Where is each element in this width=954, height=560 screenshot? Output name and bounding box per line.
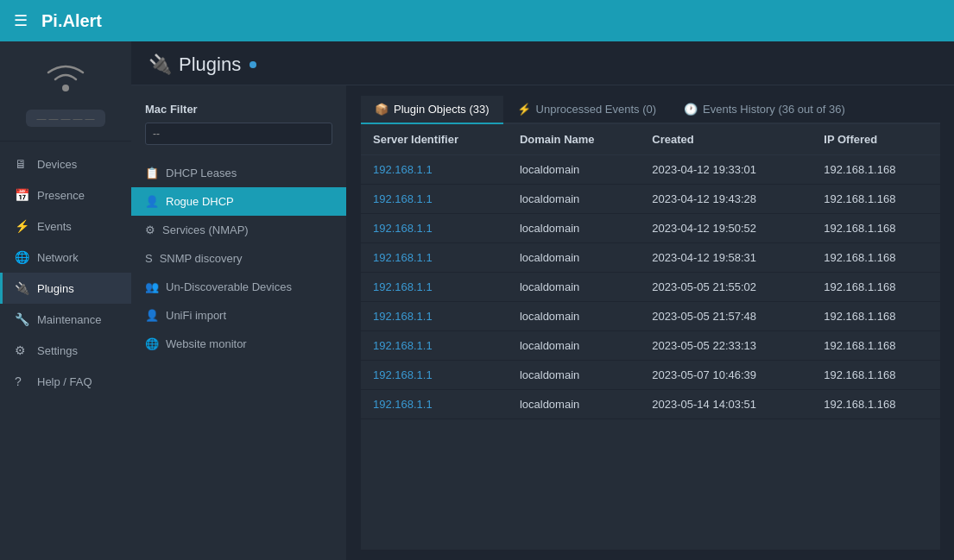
sidebar-item-events[interactable]: ⚡ Events: [0, 211, 131, 242]
table-row: 192.168.1.1 localdomain 2023-05-05 22:33…: [361, 331, 940, 361]
mac-filter-section: Mac Filter: [131, 96, 346, 159]
tab-events-history-label: Events History (36 out of 36): [703, 103, 845, 116]
left-nav-services-nmap[interactable]: ⚙ Services (NMAP): [131, 216, 346, 244]
cell-created-1: 2023-04-12 19:43:28: [640, 185, 812, 214]
left-nav-website-monitor-label: Website monitor: [166, 337, 247, 350]
table-container: Server Identifier Domain Name Created IP…: [361, 124, 940, 550]
cell-server-6[interactable]: 192.168.1.1: [361, 331, 508, 361]
presence-icon: 📅: [15, 188, 28, 202]
snmp-icon: S: [145, 252, 153, 265]
wifi-icon: [40, 55, 92, 106]
plugin-status-dot: [250, 61, 256, 68]
cell-ip-1: 192.168.1.168: [812, 185, 940, 214]
mac-filter-input[interactable]: [145, 123, 332, 145]
left-nav-dhcp-leases-label: DHCP Leases: [166, 167, 237, 179]
website-monitor-icon: 🌐: [145, 337, 159, 350]
left-panel: Mac Filter 📋 DHCP Leases 👤 Rogue DHCP ⚙ …: [131, 85, 347, 560]
cell-domain-2: localdomain: [508, 214, 640, 243]
plugin-objects-table: Server Identifier Domain Name Created IP…: [361, 124, 940, 419]
menu-icon[interactable]: ☰: [14, 11, 28, 30]
sidebar-item-presence-label: Presence: [37, 189, 85, 202]
sidebar-item-presence[interactable]: 📅 Presence: [0, 179, 131, 211]
cell-server-2[interactable]: 192.168.1.1: [361, 214, 508, 243]
cell-server-0[interactable]: 192.168.1.1: [361, 155, 508, 185]
cell-created-5: 2023-05-05 21:57:48: [640, 302, 812, 331]
left-nav-snmp-discovery[interactable]: S SNMP discovery: [131, 244, 346, 273]
cell-created-4: 2023-05-05 21:55:02: [640, 273, 812, 302]
events-icon: ⚡: [15, 219, 28, 233]
sidebar-item-network-label: Network: [37, 251, 79, 264]
content-area: 🔌 Plugins Mac Filter 📋 DHCP Leases 👤: [131, 41, 954, 560]
left-nav-un-discoverable[interactable]: 👥 Un-Discoverable Devices: [131, 273, 346, 301]
un-discoverable-icon: 👥: [145, 280, 159, 293]
cell-server-7[interactable]: 192.168.1.1: [361, 361, 508, 390]
left-nav-un-discoverable-label: Un-Discoverable Devices: [166, 280, 292, 293]
cell-ip-4: 192.168.1.168: [812, 273, 940, 302]
left-nav-rogue-dhcp[interactable]: 👤 Rogue DHCP: [131, 187, 346, 216]
sidebar-item-devices-label: Devices: [37, 158, 77, 171]
sidebar-nav: 🖥 Devices 📅 Presence ⚡ Events 🌐 Network …: [0, 142, 131, 560]
table-row: 192.168.1.1 localdomain 2023-04-12 19:50…: [361, 214, 940, 243]
topbar: ☰ Pi.Alert: [0, 0, 954, 41]
tab-plugin-objects-label: Plugin Objects (33): [394, 103, 490, 116]
settings-icon: ⚙: [15, 343, 28, 357]
cell-domain-7: localdomain: [508, 361, 640, 390]
sidebar-item-network[interactable]: 🌐 Network: [0, 242, 131, 273]
left-nav-unifi-import[interactable]: 👤 UniFi import: [131, 301, 346, 330]
table-row: 192.168.1.1 localdomain 2023-04-12 19:43…: [361, 185, 940, 214]
table-row: 192.168.1.1 localdomain 2023-04-12 19:33…: [361, 155, 940, 185]
cell-server-1[interactable]: 192.168.1.1: [361, 185, 508, 214]
router-indicator: — — — — —: [26, 110, 104, 127]
sidebar-item-devices[interactable]: 🖥 Devices: [0, 148, 131, 179]
sidebar-item-settings[interactable]: ⚙ Settings: [0, 335, 131, 366]
network-icon: 🌐: [15, 250, 28, 264]
left-nav-website-monitor[interactable]: 🌐 Website monitor: [131, 330, 346, 358]
sidebar-item-help[interactable]: ? Help / FAQ: [0, 366, 131, 397]
cell-ip-7: 192.168.1.168: [812, 361, 940, 390]
sidebar: — — — — — 🖥 Devices 📅 Presence ⚡ Events …: [0, 41, 131, 560]
cell-created-0: 2023-04-12 19:33:01: [640, 155, 812, 185]
sidebar-item-maintenance-label: Maintenance: [37, 313, 101, 326]
tab-unprocessed-events[interactable]: ⚡ Unprocessed Events (0): [503, 96, 670, 124]
cell-domain-3: localdomain: [508, 243, 640, 273]
table-row: 192.168.1.1 localdomain 2023-05-05 21:55…: [361, 273, 940, 302]
cell-ip-5: 192.168.1.168: [812, 302, 940, 331]
cell-server-8[interactable]: 192.168.1.1: [361, 390, 508, 419]
left-nav-rogue-dhcp-label: Rogue DHCP: [166, 195, 234, 208]
cell-server-5[interactable]: 192.168.1.1: [361, 302, 508, 331]
cell-domain-1: localdomain: [508, 185, 640, 214]
cell-server-3[interactable]: 192.168.1.1: [361, 243, 508, 273]
col-server-identifier: Server Identifier: [361, 124, 508, 155]
page-header: 🔌 Plugins: [131, 41, 954, 85]
sidebar-logo-area: — — — — —: [0, 41, 131, 142]
main-layout: — — — — — 🖥 Devices 📅 Presence ⚡ Events …: [0, 41, 954, 560]
svg-point-0: [62, 85, 69, 91]
cell-domain-0: localdomain: [508, 155, 640, 185]
sidebar-item-plugins-label: Plugins: [37, 282, 74, 295]
services-nmap-icon: ⚙: [145, 223, 155, 236]
left-nav-dhcp-leases[interactable]: 📋 DHCP Leases: [131, 159, 346, 187]
sidebar-item-maintenance[interactable]: 🔧 Maintenance: [0, 304, 131, 335]
cell-created-8: 2023-05-14 14:03:51: [640, 390, 812, 419]
col-domain-name: Domain Name: [508, 124, 640, 155]
dhcp-leases-icon: 📋: [145, 167, 159, 179]
sidebar-item-help-label: Help / FAQ: [37, 375, 92, 388]
cell-server-4[interactable]: 192.168.1.1: [361, 273, 508, 302]
app-logo-bold: Alert: [62, 11, 102, 30]
cell-ip-8: 192.168.1.168: [812, 390, 940, 419]
cell-created-6: 2023-05-05 22:33:13: [640, 331, 812, 361]
tab-plugin-objects[interactable]: 📦 Plugin Objects (33): [361, 96, 503, 124]
sidebar-item-settings-label: Settings: [37, 344, 78, 357]
sidebar-item-plugins[interactable]: 🔌 Plugins: [0, 273, 131, 304]
mac-filter-label: Mac Filter: [145, 103, 332, 116]
left-nav-services-nmap-label: Services (NMAP): [162, 223, 249, 236]
tabs: 📦 Plugin Objects (33) ⚡ Unprocessed Even…: [361, 96, 940, 124]
cell-ip-3: 192.168.1.168: [812, 243, 940, 273]
cell-domain-5: localdomain: [508, 302, 640, 331]
tab-events-history[interactable]: 🕐 Events History (36 out of 36): [670, 96, 859, 124]
cell-ip-2: 192.168.1.168: [812, 214, 940, 243]
cell-ip-6: 192.168.1.168: [812, 331, 940, 361]
cell-domain-6: localdomain: [508, 331, 640, 361]
events-history-tab-icon: 🕐: [684, 103, 698, 116]
table-row: 192.168.1.1 localdomain 2023-05-14 14:03…: [361, 390, 940, 419]
